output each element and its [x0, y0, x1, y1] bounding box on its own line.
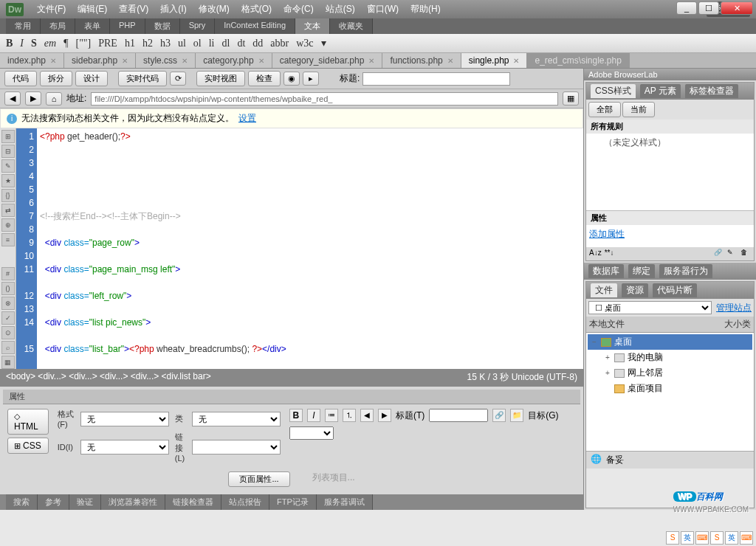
add-property-link[interactable]: 添加属性: [589, 229, 625, 239]
tool-icon[interactable]: #: [1, 267, 15, 280]
close-icon[interactable]: ✕: [513, 57, 519, 65]
ul-button[interactable]: ul: [178, 38, 186, 49]
page-properties-button[interactable]: 页面属性...: [228, 471, 289, 487]
link-icon[interactable]: 🔗: [492, 409, 506, 422]
cat-sort-icon[interactable]: **↓: [605, 249, 614, 259]
pre-button[interactable]: PRE: [98, 38, 117, 49]
close-icon[interactable]: ✕: [50, 57, 56, 65]
nav-icon[interactable]: ▸: [303, 72, 319, 86]
target-select[interactable]: [289, 426, 334, 440]
insert-tab-ice[interactable]: InContext Editing: [215, 18, 295, 34]
indent-icon[interactable]: ▶: [378, 409, 391, 422]
tool-icon[interactable]: ⌕: [1, 341, 15, 354]
folder-icon[interactable]: 📁: [510, 409, 523, 422]
close-icon[interactable]: ✕: [368, 57, 374, 65]
title-input[interactable]: [362, 72, 510, 86]
address-input[interactable]: [91, 92, 558, 106]
split-view-button[interactable]: 拆分: [40, 71, 72, 86]
tool-icon[interactable]: (): [1, 282, 15, 295]
tree-node[interactable]: +我的电脑: [588, 350, 752, 365]
col-type[interactable]: 类: [742, 318, 751, 331]
tree-root[interactable]: −桌面: [588, 334, 752, 350]
browser-icon[interactable]: ◉: [284, 72, 300, 86]
bold-icon[interactable]: B: [289, 409, 303, 422]
doc-tab-functions[interactable]: functions.php✕: [382, 53, 461, 68]
link-css-icon[interactable]: 🔗: [714, 249, 724, 259]
server-behaviors-tab[interactable]: 服务器行为: [659, 264, 712, 278]
dd-button[interactable]: dd: [252, 38, 263, 49]
settings-link[interactable]: 设置: [238, 112, 256, 125]
ftplog-tab[interactable]: FTP记录: [269, 494, 317, 510]
class-select[interactable]: 无: [192, 412, 281, 426]
tool-icon[interactable]: ⊞: [1, 130, 15, 143]
close-button[interactable]: ✕: [721, 1, 753, 15]
format-select[interactable]: 无: [80, 412, 169, 426]
menu-insert[interactable]: 插入(I): [156, 1, 190, 17]
col-size[interactable]: 大小: [724, 318, 742, 331]
az-sort-icon[interactable]: A↓z: [589, 249, 602, 259]
menu-site[interactable]: 站点(S): [321, 1, 360, 17]
insert-tab-text[interactable]: 文本: [295, 18, 330, 34]
h2-button[interactable]: h2: [142, 38, 153, 49]
doc-tab-index[interactable]: index.php✕: [0, 53, 64, 68]
menu-format[interactable]: 格式(O): [237, 1, 276, 17]
doc-tab-style[interactable]: style.css✕: [136, 53, 196, 68]
menu-file[interactable]: 文件(F): [32, 1, 70, 17]
tag-selector[interactable]: <body> <div...> <div...> <div...> <div..…: [6, 371, 211, 384]
tree-node[interactable]: 桌面项目: [588, 381, 752, 396]
li-button[interactable]: li: [209, 38, 215, 49]
new-css-icon[interactable]: ✎: [727, 249, 738, 259]
serverdebug-tab[interactable]: 服务器调试: [317, 494, 373, 510]
css-mode-button[interactable]: ⊞ CSS: [7, 438, 49, 454]
w3c-button[interactable]: w3c: [296, 38, 313, 49]
css-all-button[interactable]: 全部: [588, 102, 621, 117]
link-select[interactable]: [192, 440, 281, 455]
close-icon[interactable]: ✕: [122, 57, 128, 65]
css-current-button[interactable]: 当前: [622, 102, 655, 117]
menu-help[interactable]: 帮助(H): [406, 1, 445, 17]
code-editor[interactable]: <?php get_header();?> <!--搜索栏End--><!--主…: [37, 128, 583, 369]
delete-icon[interactable]: 🗑: [740, 249, 751, 259]
refresh-icon[interactable]: ⟳: [170, 72, 186, 86]
sitereport-tab[interactable]: 站点报告: [221, 494, 269, 510]
close-icon[interactable]: ✕: [182, 57, 188, 65]
insert-tab-common[interactable]: 常用: [6, 18, 41, 34]
insert-tab-layout[interactable]: 布局: [41, 18, 75, 34]
menu-commands[interactable]: 命令(C): [279, 1, 318, 17]
code-view-button[interactable]: 代码: [4, 71, 37, 86]
insert-tab-fav[interactable]: 收藏夹: [330, 18, 373, 34]
close-icon[interactable]: ✕: [447, 57, 453, 65]
close-icon[interactable]: ✕: [258, 57, 264, 65]
col-local[interactable]: 本地文件: [589, 318, 724, 331]
list-ol-icon[interactable]: ⒈: [343, 409, 356, 422]
files-tab[interactable]: 文件: [591, 283, 617, 297]
insert-tab-forms[interactable]: 表单: [75, 18, 110, 34]
abbr-button[interactable]: abbr: [270, 38, 289, 49]
para-button[interactable]: ¶: [63, 38, 68, 49]
back-icon[interactable]: ◀: [4, 91, 21, 106]
assets-tab[interactable]: 资源: [622, 283, 648, 297]
bindings-tab[interactable]: 绑定: [628, 264, 655, 278]
more-button[interactable]: ▾: [321, 37, 326, 49]
tool-icon[interactable]: ⇄: [1, 204, 15, 217]
h3-button[interactable]: h3: [160, 38, 171, 49]
html-mode-button[interactable]: ◇ HTML: [7, 409, 49, 435]
italic-icon[interactable]: I: [307, 409, 320, 422]
insert-tab-data[interactable]: 数据: [145, 18, 180, 34]
minimize-button[interactable]: _: [676, 1, 697, 15]
live-view-button[interactable]: 实时视图: [196, 71, 245, 86]
browserlab-panel[interactable]: Adobe BrowserLab: [584, 69, 756, 80]
menu-view[interactable]: 查看(V): [114, 1, 153, 17]
italic-button[interactable]: I: [20, 38, 24, 49]
insert-tab-spry[interactable]: Spry: [180, 18, 216, 34]
outdent-icon[interactable]: ◀: [360, 409, 374, 422]
blockquote-button[interactable]: [""]: [75, 38, 91, 49]
tool-icon[interactable]: {}: [1, 189, 15, 202]
list-ul-icon[interactable]: ≔: [325, 409, 338, 422]
tag-inspector-tab[interactable]: 标签检查器: [685, 84, 738, 98]
title-attr-input[interactable]: [429, 409, 488, 422]
menu-modify[interactable]: 修改(M): [194, 1, 234, 17]
dt-button[interactable]: dt: [237, 38, 245, 49]
maximize-button[interactable]: ☐: [698, 1, 719, 15]
design-view-button[interactable]: 设计: [75, 71, 108, 86]
